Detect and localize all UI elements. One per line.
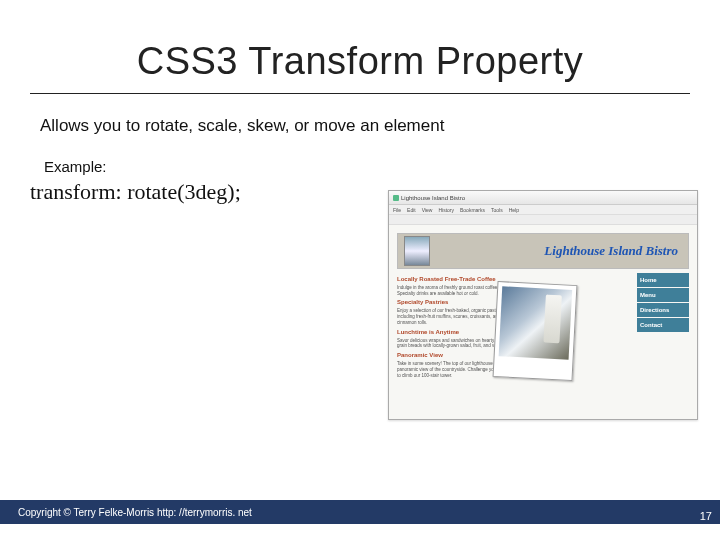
nav-link: Directions bbox=[637, 303, 689, 317]
menu-item: View bbox=[422, 207, 433, 213]
browser-menubar: File Edit View History Bookmarks Tools H… bbox=[389, 205, 697, 215]
lighthouse-banner-image bbox=[404, 236, 430, 266]
menu-item: File bbox=[393, 207, 401, 213]
example-screenshot: Lighthouse Island Bistro File Edit View … bbox=[388, 190, 698, 420]
bottom-whitespace bbox=[0, 524, 720, 540]
nav-link: Menu bbox=[637, 288, 689, 302]
page-columns: Locally Roasted Free-Trade Coffee Indulg… bbox=[397, 273, 689, 413]
page-number: 17 bbox=[698, 510, 714, 522]
nav-link: Home bbox=[637, 273, 689, 287]
menu-item: Bookmarks bbox=[460, 207, 485, 213]
example-label: Example: bbox=[0, 136, 720, 175]
site-heading: Lighthouse Island Bistro bbox=[430, 243, 682, 259]
menu-item: Tools bbox=[491, 207, 503, 213]
rotated-polaroid bbox=[493, 281, 578, 381]
site-banner: Lighthouse Island Bistro bbox=[397, 233, 689, 269]
window-titlebar: Lighthouse Island Bistro bbox=[389, 191, 697, 205]
lighthouse-photo bbox=[499, 286, 573, 360]
menu-item: Edit bbox=[407, 207, 416, 213]
copyright-text: Copyright © Terry Felke-Morris http: //t… bbox=[18, 507, 252, 518]
main-content: Locally Roasted Free-Trade Coffee Indulg… bbox=[397, 273, 633, 413]
menu-item: History bbox=[438, 207, 454, 213]
menu-item: Help bbox=[509, 207, 519, 213]
site-nav: Home Menu Directions Contact bbox=[637, 273, 689, 413]
rendered-page: Lighthouse Island Bistro Locally Roasted… bbox=[389, 225, 697, 419]
window-title: Lighthouse Island Bistro bbox=[401, 195, 465, 201]
slide: CSS3 Transform Property Allows you to ro… bbox=[0, 0, 720, 540]
description-text: Allows you to rotate, scale, skew, or mo… bbox=[0, 94, 720, 136]
page-title: CSS3 Transform Property bbox=[0, 0, 720, 89]
address-bar bbox=[389, 215, 697, 225]
favicon-icon bbox=[393, 195, 399, 201]
footer-bar: Copyright © Terry Felke-Morris http: //t… bbox=[0, 500, 720, 524]
nav-link: Contact bbox=[637, 318, 689, 332]
